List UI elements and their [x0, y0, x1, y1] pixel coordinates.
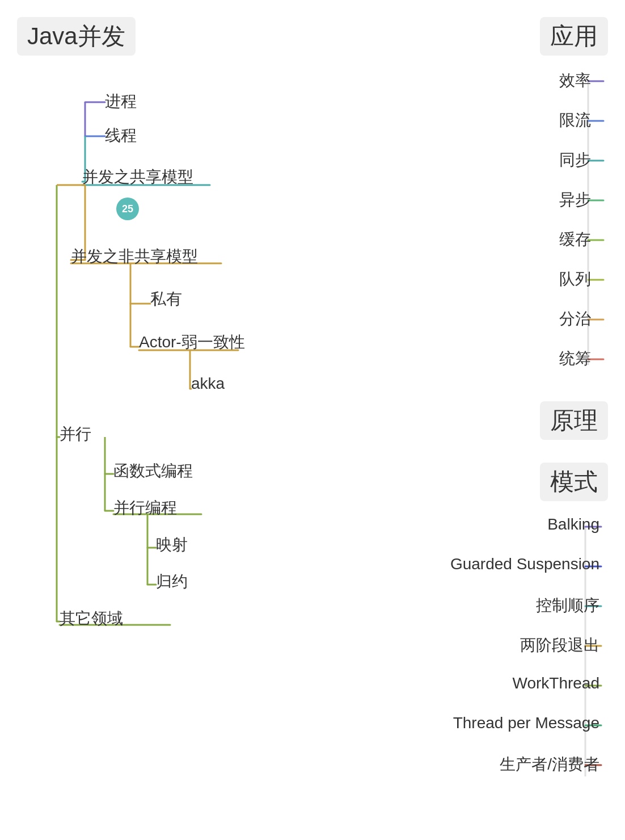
node-xiancheng: 线程: [105, 125, 137, 146]
node-guiyue: 归约: [156, 571, 188, 593]
moshi-section: 模式 Balking Guarded Suspension 控制顺序: [370, 463, 608, 796]
moshi-header: 模式: [540, 463, 608, 501]
right-column: 应用 效率 限流: [370, 17, 608, 796]
yuanli-section: 原理: [370, 401, 608, 446]
moshi-item-shengchan: 生产者/消费者: [500, 754, 599, 775]
moshi-item-threadpermsg: Thread per Message: [453, 714, 599, 732]
left-header-text: Java并发: [27, 23, 125, 49]
ying-item-yibu: 异步: [559, 189, 591, 211]
yuanli-header: 原理: [540, 401, 608, 440]
moshi-tree: Balking Guarded Suspension 控制顺序 两阶段退出 Wo…: [392, 510, 608, 796]
ying-item-tongchou: 统筹: [559, 348, 591, 369]
page: Java并发: [0, 0, 625, 840]
ying-item-duilie: 队列: [559, 268, 591, 290]
ying-section: 应用 效率 限流: [370, 17, 608, 384]
node-jincheng: 进程: [105, 91, 137, 112]
node-hanshu: 函数式编程: [113, 460, 193, 482]
ying-item-xianliu: 限流: [559, 110, 591, 131]
moshi-item-guarded: Guarded Suspension: [450, 555, 599, 573]
ying-tree: 效率 限流 同步 异步 缓存 队列 分治 统筹: [392, 64, 608, 384]
node-bingfa-gongxiang: 并发之共享模型: [82, 166, 193, 188]
node-bingxing-biancheng: 并行编程: [113, 497, 177, 519]
node-bingfa-feigongxiang: 并发之非共享模型: [71, 246, 198, 267]
badge-25: 25: [116, 198, 139, 220]
ying-item-fenzhi: 分治: [559, 308, 591, 330]
moshi-item-balking: Balking: [547, 515, 599, 534]
left-header: Java并发: [17, 17, 136, 56]
ying-item-tongbu: 同步: [559, 149, 591, 171]
left-column: Java并发: [17, 17, 289, 618]
node-akka: akka: [191, 375, 225, 393]
node-qita: 其它领域: [60, 608, 123, 629]
node-bingxing: 并行: [60, 423, 91, 445]
node-actor: Actor-弱一致性: [139, 331, 245, 353]
ying-item-xiaolv: 效率: [559, 70, 591, 91]
ying-item-huancun: 缓存: [559, 229, 591, 250]
moshi-item-liangjieduan: 两阶段退出: [520, 635, 599, 656]
node-yingshe: 映射: [156, 534, 188, 556]
moshi-item-kongzhi: 控制顺序: [536, 595, 599, 616]
moshi-item-workthread: WorkThread: [512, 674, 599, 692]
node-siyou: 私有: [150, 288, 182, 310]
ying-header: 应用: [540, 17, 608, 56]
left-tree: 进程 线程 并发之共享模型 25 并发之非共享模型 私有 Actor-弱一致性 …: [17, 61, 289, 618]
